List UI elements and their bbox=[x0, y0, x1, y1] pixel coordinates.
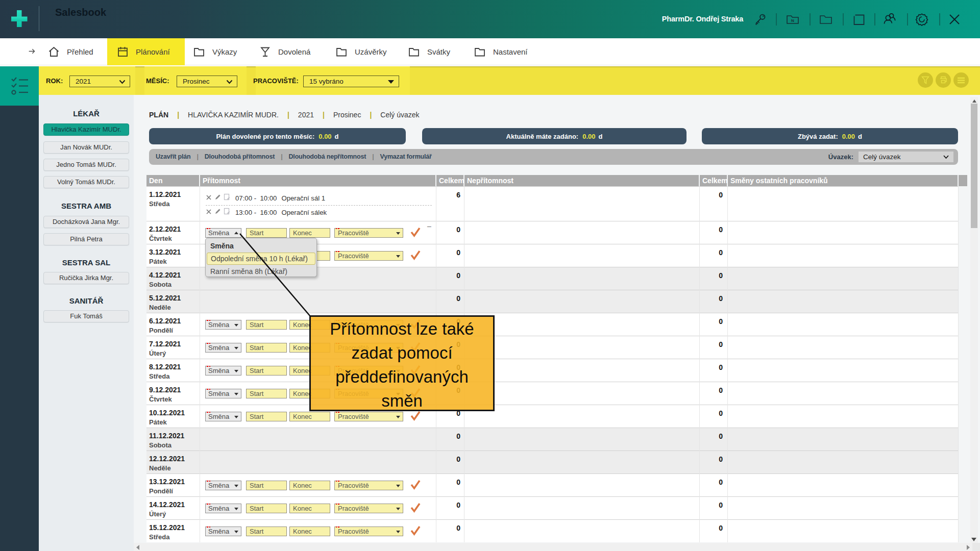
svg-text:N: N bbox=[791, 18, 794, 22]
